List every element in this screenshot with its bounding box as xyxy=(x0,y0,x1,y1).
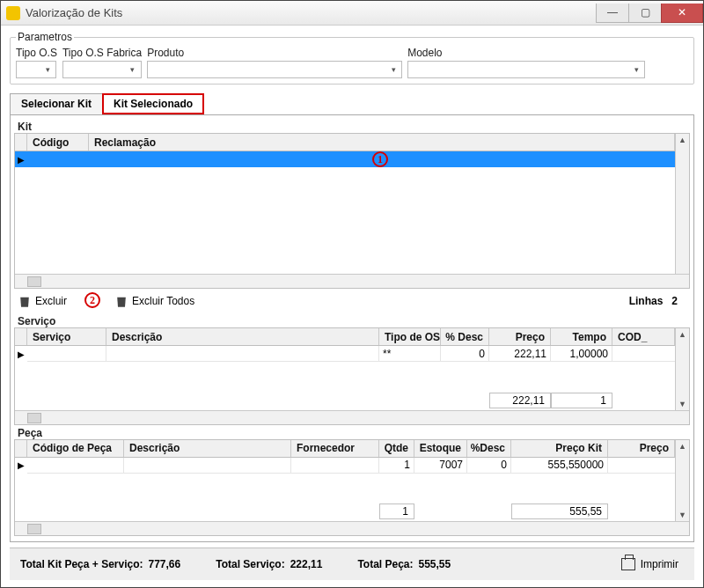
peca-col-codigo[interactable]: Código de Peça xyxy=(27,440,124,457)
servico-cell-preco: 222,11 xyxy=(489,346,551,362)
total-kit-pair: Total Kit Peça + Serviço: 777,66 xyxy=(20,558,180,570)
servico-grid-body[interactable]: ▶ ** 0 222,11 1,00000 xyxy=(15,346,689,381)
servico-total-tempo: 1 xyxy=(551,393,612,408)
excluir-button[interactable]: Excluir xyxy=(18,294,67,308)
peca-col-preco-kit[interactable]: Preço Kit xyxy=(511,440,608,457)
scroll-up-icon[interactable]: ▲ xyxy=(676,328,689,341)
peca-cell-preco-kit: 555,550000 xyxy=(511,458,608,474)
peca-col-pdesc[interactable]: %Desc xyxy=(467,440,511,457)
label-modelo: Modelo xyxy=(407,47,645,59)
kit-toolbar: Excluir 2 Excluir Todos Linhas 2 xyxy=(14,289,690,313)
servico-group-title: Serviço xyxy=(14,313,690,327)
servico-col-tipo-os[interactable]: Tipo de OS xyxy=(379,328,441,345)
maximize-button[interactable]: ▢ xyxy=(628,4,662,23)
scroll-thumb[interactable] xyxy=(27,276,41,287)
linhas-label: Linhas xyxy=(629,295,664,307)
titlebar: Valorização de Kits — ▢ ✕ xyxy=(1,1,703,26)
chevron-down-icon: ▾ xyxy=(127,63,139,76)
kit-horizontal-scrollbar[interactable] xyxy=(15,274,689,288)
kit-grid-header: Código Reclamação xyxy=(15,134,689,151)
peca-col-fornecedor[interactable]: Fornecedor xyxy=(291,440,379,457)
printer-icon xyxy=(621,558,635,570)
peca-grid-body[interactable]: ▶ 1 7007 0 555,550000 xyxy=(15,458,689,493)
peca-total-preco-kit: 555,55 xyxy=(511,503,608,519)
scroll-up-icon[interactable]: ▲ xyxy=(676,134,689,146)
peca-col-estoque[interactable]: Estoque xyxy=(414,440,467,457)
total-kit-value: 777,66 xyxy=(149,558,181,570)
scroll-thumb[interactable] xyxy=(27,413,41,423)
servico-col-tempo[interactable]: Tempo xyxy=(551,328,612,345)
servico-cell-servico xyxy=(27,346,106,362)
combo-produto[interactable]: ▾ xyxy=(147,61,402,78)
imprimir-label: Imprimir xyxy=(641,558,678,570)
servico-col-descricao[interactable]: Descrição xyxy=(106,328,379,345)
servico-col-pdesc[interactable]: % Desc xyxy=(441,328,489,345)
peca-vertical-scrollbar[interactable]: ▲ ▼ xyxy=(675,440,689,521)
label-tipo-os-fabrica: Tipo O.S Fabrica xyxy=(62,47,142,59)
footer-bar: Total Kit Peça + Serviço: 777,66 Total S… xyxy=(10,548,694,580)
servico-totals-row: 222,11 1 xyxy=(15,391,689,410)
combo-tipo-os-fabrica[interactable]: ▾ xyxy=(62,61,142,78)
total-servico-pair: Total Serviço: 222,11 xyxy=(216,558,322,570)
total-peca-value: 555,55 xyxy=(419,558,451,570)
peca-grid[interactable]: Código de Peça Descrição Fornecedor Qtde… xyxy=(14,439,690,536)
app-icon xyxy=(6,6,20,20)
label-tipo-os: Tipo O.S xyxy=(16,47,57,59)
kit-col-reclamacao[interactable]: Reclamação xyxy=(89,134,675,151)
servico-grid[interactable]: Serviço Descrição Tipo de OS % Desc Preç… xyxy=(14,327,690,424)
kit-vertical-scrollbar[interactable]: ▲ ▼ xyxy=(675,134,689,288)
excluir-label: Excluir xyxy=(35,295,67,307)
tab-kit-selecionado[interactable]: Kit Selecionado xyxy=(102,93,204,114)
kit-col-codigo[interactable]: Código xyxy=(27,134,89,151)
chevron-down-icon: ▾ xyxy=(41,63,54,76)
servico-cell-tipo-os: ** xyxy=(379,346,441,362)
servico-row[interactable]: ▶ ** 0 222,11 1,00000 xyxy=(15,346,689,362)
kit-group-title: Kit xyxy=(14,119,690,133)
scroll-up-icon[interactable]: ▲ xyxy=(676,440,689,452)
peca-cell-estoque: 7007 xyxy=(414,458,467,474)
peca-horizontal-scrollbar[interactable] xyxy=(15,521,689,535)
parametros-fieldset: Parametros Tipo O.S ▾ Tipo O.S Fabrica ▾… xyxy=(10,31,694,85)
servico-cell-descricao xyxy=(106,346,379,362)
excluir-todos-button[interactable]: Excluir Todos xyxy=(114,294,194,308)
scroll-down-icon[interactable]: ▼ xyxy=(676,509,689,521)
scroll-thumb[interactable] xyxy=(27,524,41,534)
kit-grid-body[interactable]: ▶ 1 xyxy=(15,151,689,274)
combo-modelo[interactable]: ▾ xyxy=(407,61,645,78)
servico-horizontal-scrollbar[interactable] xyxy=(15,410,689,424)
peca-grid-header: Código de Peça Descrição Fornecedor Qtde… xyxy=(15,440,689,458)
peca-col-preco[interactable]: Preço xyxy=(608,440,675,457)
peca-row[interactable]: ▶ 1 7007 0 555,550000 xyxy=(15,458,689,474)
chevron-down-icon: ▾ xyxy=(387,63,400,76)
peca-cell-fornecedor xyxy=(291,458,379,474)
servico-col-cod[interactable]: COD_ xyxy=(612,328,675,345)
combo-tipo-os[interactable]: ▾ xyxy=(16,61,56,78)
servico-col-servico[interactable]: Serviço xyxy=(27,328,106,345)
servico-col-preco[interactable]: Preço xyxy=(489,328,551,345)
trash-icon xyxy=(18,294,32,308)
kit-row-selected[interactable]: ▶ xyxy=(15,151,689,167)
peca-cell-descricao xyxy=(124,458,291,474)
close-button[interactable]: ✕ xyxy=(661,4,703,23)
total-peca-pair: Total Peça: 555,55 xyxy=(357,558,451,570)
row-indicator-icon: ▶ xyxy=(15,155,27,165)
total-servico-value: 222,11 xyxy=(290,558,323,570)
peca-col-qtde[interactable]: Qtde xyxy=(379,440,414,457)
servico-cell-tempo: 1,00000 xyxy=(551,346,612,362)
content-area: Parametros Tipo O.S ▾ Tipo O.S Fabrica ▾… xyxy=(1,26,703,587)
total-kit-label: Total Kit Peça + Serviço: xyxy=(20,558,143,570)
imprimir-button[interactable]: Imprimir xyxy=(616,557,684,571)
servico-cell-pdesc: 0 xyxy=(441,346,489,362)
peca-cell-pdesc: 0 xyxy=(467,458,511,474)
kit-grid[interactable]: Código Reclamação ▶ 1 ▲ ▼ xyxy=(14,133,690,289)
app-window: Valorização de Kits — ▢ ✕ Parametros Tip… xyxy=(0,0,704,588)
servico-vertical-scrollbar[interactable]: ▲ ▼ xyxy=(675,328,689,409)
peca-col-descricao[interactable]: Descrição xyxy=(124,440,291,457)
peca-cell-codigo xyxy=(27,458,124,474)
tab-selecionar-kit[interactable]: Selecionar Kit xyxy=(10,93,103,114)
scroll-down-icon[interactable]: ▼ xyxy=(676,398,689,410)
row-indicator-icon: ▶ xyxy=(15,349,27,359)
multi-trash-icon xyxy=(114,294,128,308)
servico-grid-header: Serviço Descrição Tipo de OS % Desc Preç… xyxy=(15,328,689,346)
minimize-button[interactable]: — xyxy=(596,4,629,23)
